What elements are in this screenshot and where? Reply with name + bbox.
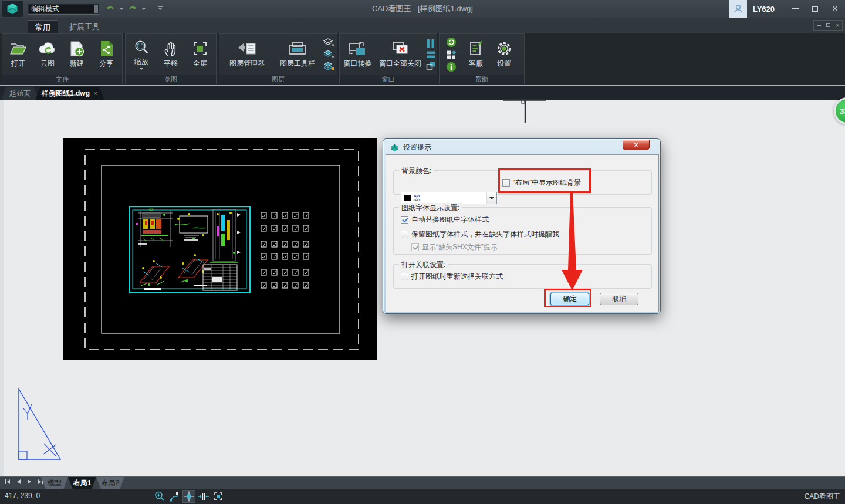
check-update-icon[interactable] — [445, 37, 457, 48]
next-layout-icon[interactable] — [27, 479, 32, 485]
statusbar: 417, 239, 0 — [0, 489, 845, 504]
tile-horizontal-icon[interactable] — [425, 50, 437, 59]
share-icon — [96, 40, 116, 57]
reselect-association-option[interactable]: 打开图纸时重新选择关联方式 — [401, 272, 503, 282]
window-switch-button[interactable]: 窗口转换 — [340, 36, 376, 73]
notification-badge[interactable]: 33 — [834, 97, 845, 124]
mode-select-scroll-thumb[interactable] — [94, 5, 98, 13]
group-caption-layer: 图层 — [219, 75, 337, 84]
background-color-select[interactable]: 黑 — [401, 192, 497, 204]
font-settings-label: 图纸字体显示设置: — [399, 203, 462, 213]
customer-service-button[interactable]: 客服 — [462, 36, 490, 73]
cancel-button[interactable]: 取消 — [600, 293, 638, 305]
fullscreen-button[interactable]: 全屏 — [185, 36, 215, 73]
share-button[interactable]: 分享 — [92, 36, 121, 73]
prev-layout-icon[interactable] — [16, 479, 21, 485]
customize-toolbar-icon[interactable] — [158, 8, 163, 10]
titlebar-right: LY620 × — [729, 0, 845, 18]
zoom-tool-button[interactable] — [153, 490, 166, 503]
document-window-controls: × — [813, 20, 843, 31]
tab-layout1[interactable]: 布局1 — [68, 477, 96, 489]
background-color-value: 黑 — [413, 193, 420, 203]
undo-icon[interactable] — [105, 5, 116, 13]
layout-nav — [5, 479, 43, 485]
tab-start-page[interactable]: 起始页 — [1, 87, 39, 100]
paper-border — [102, 165, 340, 333]
doc-close-icon[interactable]: × — [836, 22, 839, 29]
tile-vertical-icon[interactable] — [425, 39, 437, 48]
layer-freeze-icon[interactable] — [322, 49, 335, 59]
keep-font-style-checkbox[interactable] — [401, 231, 408, 238]
paper-margin-dashed — [85, 150, 359, 349]
snap-tool-button[interactable] — [197, 490, 210, 503]
group-caption-help: 帮助 — [440, 75, 524, 84]
canvas-left-edge — [0, 100, 4, 476]
zoom-button[interactable]: 缩放 — [127, 36, 156, 73]
paper-symbol-grid — [261, 212, 309, 288]
layout-background-option[interactable]: “布局”中显示图纸背景 — [502, 178, 581, 188]
cascade-windows-icon[interactable] — [425, 61, 437, 70]
tab-common[interactable]: 常用 — [28, 20, 58, 33]
pan-button[interactable]: 平移 — [156, 36, 185, 73]
ribbon-group-layer: 图层管理器 图层工具栏 — [219, 33, 337, 84]
doc-restore-icon[interactable] — [826, 23, 830, 27]
layout-background-checkbox[interactable] — [502, 179, 510, 187]
plugins-icon[interactable] — [445, 49, 457, 60]
tab-close-icon[interactable]: × — [94, 87, 97, 100]
crosshair-tool-icon — [183, 491, 195, 502]
polyline-tool-button[interactable] — [168, 490, 181, 503]
info-icon[interactable] — [445, 62, 457, 72]
dialog-close-icon: × — [634, 141, 638, 149]
cube-logo-icon — [5, 2, 19, 15]
auto-replace-font-option[interactable]: 自动替换图纸中字体样式 — [401, 215, 489, 225]
close-icon: × — [832, 4, 837, 14]
close-all-windows-button[interactable]: 窗口全部关闭 — [376, 36, 425, 73]
tab-drawing[interactable]: 样例图纸1.dwg × — [35, 87, 104, 100]
fit-view-button[interactable] — [212, 490, 225, 503]
settings-button[interactable]: 设置 — [490, 36, 518, 73]
snap-tool-icon — [198, 491, 209, 502]
auto-replace-font-checkbox[interactable] — [401, 216, 408, 224]
open-folder-icon — [8, 40, 28, 57]
zoom-tool-icon — [154, 491, 165, 502]
close-button[interactable]: × — [825, 0, 845, 18]
first-layout-icon[interactable] — [5, 479, 11, 485]
cad-partial-geometry — [503, 99, 546, 123]
app-logo-icon[interactable] — [2, 1, 23, 17]
mode-select[interactable]: 编辑模式 — [28, 4, 99, 15]
cloud-button[interactable]: 云图 — [33, 36, 62, 73]
layer-toolbar-button[interactable]: 图层工具栏 — [273, 36, 322, 73]
zoom-magnifier-icon — [131, 39, 151, 56]
minimize-button[interactable] — [785, 0, 805, 18]
cad-triangle-sketch — [12, 386, 67, 465]
layout-paper[interactable] — [63, 138, 377, 360]
tab-layout2[interactable]: 布局2 — [96, 477, 124, 489]
group-caption-view: 览图 — [126, 75, 216, 84]
dialog-close-button[interactable]: × — [623, 140, 650, 150]
layer-lock-icon[interactable] — [322, 61, 335, 71]
minimize-icon — [792, 8, 799, 9]
keep-font-style-option[interactable]: 保留图纸字体样式，并在缺失字体样式时提醒我 — [401, 229, 559, 239]
user-avatar[interactable] — [729, 0, 747, 18]
mode-select-value: 编辑模式 — [31, 4, 59, 14]
cad-cluster-topmid — [175, 213, 208, 241]
redo-dropdown-icon[interactable] — [141, 8, 146, 10]
dialog-title: 设置提示 — [403, 143, 431, 153]
combo-dropdown-button[interactable] — [486, 192, 496, 204]
dialog-body: 背景颜色: 黑 “布局”中显示图纸背景 图纸字体显示设置: 自动替换图纸中字体样… — [386, 154, 659, 312]
open-button[interactable]: 打开 — [4, 36, 33, 73]
layer-state-icon[interactable] — [322, 38, 335, 48]
restore-button[interactable] — [805, 0, 825, 18]
tab-model[interactable]: 模型 — [41, 477, 68, 489]
layout-tab-bar: 模型 布局1 布局2 — [0, 476, 845, 489]
layer-manager-button[interactable]: 图层管理器 — [221, 36, 273, 73]
undo-dropdown-icon[interactable] — [119, 8, 124, 10]
ok-button[interactable]: 确定 — [550, 293, 589, 305]
new-button[interactable]: 新建 — [62, 36, 92, 73]
window-arrange-tools — [425, 39, 437, 70]
reselect-association-checkbox[interactable] — [401, 273, 408, 280]
doc-minimize-icon[interactable] — [817, 25, 821, 26]
redo-icon[interactable] — [127, 5, 138, 13]
tab-extended-tools[interactable]: 扩展工具 — [62, 20, 107, 33]
crosshair-tool-button[interactable] — [182, 490, 195, 503]
